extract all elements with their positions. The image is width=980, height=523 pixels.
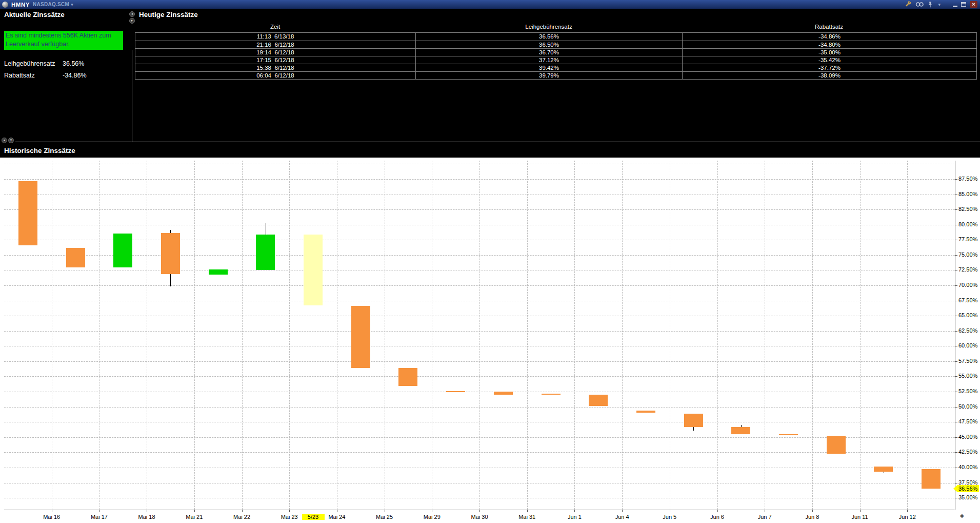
candle-jun-5[interactable] bbox=[684, 414, 703, 427]
candle-mai-21[interactable] bbox=[209, 269, 228, 274]
candle-jun-12[interactable] bbox=[922, 469, 941, 488]
candle-jun-7[interactable] bbox=[779, 434, 798, 435]
candle-jun-4[interactable] bbox=[636, 411, 655, 413]
column-header-rabattsatz[interactable]: Rabattsatz bbox=[682, 24, 976, 30]
y-axis-label: 47.50% bbox=[958, 418, 977, 424]
candle-wick-low bbox=[884, 472, 884, 473]
x-axis-label: Jun 8 bbox=[794, 514, 830, 520]
rate-cell: -37.72% bbox=[683, 64, 976, 71]
rate-cell: -35.00% bbox=[683, 49, 976, 56]
v-gridline bbox=[479, 161, 480, 510]
v-gridline bbox=[765, 161, 765, 510]
wrench-icon[interactable] bbox=[905, 1, 912, 8]
y-axis-label: 75.00% bbox=[958, 251, 977, 258]
v-gridline bbox=[670, 161, 670, 510]
y-axis-label: 70.00% bbox=[958, 282, 977, 288]
candle-mai-31[interactable] bbox=[542, 394, 561, 395]
candle-mai-18[interactable] bbox=[161, 233, 180, 274]
column-header-zeit[interactable]: Zeit bbox=[135, 24, 415, 30]
y-axis-tick bbox=[955, 209, 957, 210]
v-gridline bbox=[147, 161, 147, 510]
pin-icon[interactable] bbox=[928, 1, 933, 8]
v-gridline bbox=[337, 161, 337, 510]
historical-rates-chart[interactable]: Mai 16Mai 17Mai 18Mai 21Mai 22Mai 23Mai … bbox=[0, 158, 980, 523]
symbol-label: HMNY bbox=[11, 2, 30, 8]
symbol-dropdown-icon[interactable]: ▾ bbox=[71, 2, 73, 7]
chart-scroll-diamond[interactable]: ◆ bbox=[960, 513, 964, 518]
y-axis-tick bbox=[955, 179, 957, 180]
y-axis-tick bbox=[955, 255, 957, 256]
rate-row[interactable]: 17:15 6/12/1837.12%-35.42% bbox=[135, 56, 976, 64]
pin-dropdown-icon[interactable]: ▾ bbox=[938, 2, 941, 7]
y-axis-label: 65.00% bbox=[958, 312, 977, 318]
rate-cell: 21:16 6/12/18 bbox=[135, 41, 416, 48]
candle-jun-6[interactable] bbox=[731, 427, 750, 434]
rate-row[interactable]: 06:04 6/12/1839.79%-38.09% bbox=[135, 71, 976, 79]
historical-rates-title: Historische Zinssätze bbox=[4, 147, 75, 154]
x-axis-label: Jun 4 bbox=[604, 514, 640, 520]
x-axis-label: Mai 31 bbox=[509, 514, 545, 520]
app-icon bbox=[2, 2, 8, 8]
candle-jun-1[interactable] bbox=[589, 395, 608, 406]
nav-left-button[interactable]: ◄ bbox=[129, 11, 135, 17]
column-header-leihgebührensatz[interactable]: Leihgebührensatz bbox=[415, 24, 682, 30]
rate-cell: 17:15 6/12/18 bbox=[135, 56, 416, 64]
rebate-rate-row: Rabattsatz -34.86% bbox=[4, 72, 127, 80]
y-axis-tick bbox=[955, 452, 957, 453]
rate-cell: 39.79% bbox=[416, 72, 683, 79]
candle-mai-25[interactable] bbox=[398, 368, 417, 386]
maximize-button[interactable] bbox=[961, 1, 966, 8]
candle-jun-8[interactable] bbox=[827, 436, 846, 453]
crosshair-date-label: 5/23 bbox=[302, 514, 325, 520]
y-axis-label: 55.00% bbox=[958, 373, 977, 379]
candle-mai-30[interactable] bbox=[494, 392, 513, 395]
minimize-button[interactable] bbox=[953, 1, 957, 8]
nav-right-button[interactable]: ► bbox=[129, 18, 135, 24]
notice-line-1: Es sind mindestens 556K Aktien zum bbox=[6, 31, 122, 40]
y-axis-label: 57.50% bbox=[958, 358, 977, 364]
candle-mai-23[interactable] bbox=[304, 235, 323, 305]
candle-mai-17[interactable] bbox=[113, 234, 132, 267]
y-axis-tick bbox=[955, 331, 957, 332]
rate-cell: 36.56% bbox=[416, 33, 683, 41]
rate-row[interactable]: 21:16 6/12/1836.50%-34.80% bbox=[135, 41, 976, 48]
y-axis-tick bbox=[955, 316, 957, 316]
y-axis-tick bbox=[955, 498, 957, 498]
fee-rate-row: Leihgebührensatz 36.56% bbox=[4, 60, 127, 68]
scroll-up-button[interactable]: ▲ bbox=[2, 138, 7, 143]
y-axis-label: 45.00% bbox=[958, 434, 977, 440]
y-axis-tick bbox=[955, 225, 957, 225]
rates-grid: 11:13 6/13/1836.56%-34.86%21:16 6/12/183… bbox=[135, 32, 977, 80]
candle-wick-low bbox=[170, 274, 171, 287]
rate-cell: -34.86% bbox=[683, 33, 976, 41]
candle-mai-29[interactable] bbox=[446, 391, 465, 392]
rate-cell: -38.09% bbox=[683, 72, 976, 79]
v-gridline bbox=[289, 161, 290, 510]
candle-mai-15[interactable] bbox=[18, 181, 37, 245]
x-axis-label: Mai 17 bbox=[81, 514, 117, 520]
window-titlebar[interactable]: HMNY NASDAQ.SCM ▾ ▾ bbox=[0, 0, 980, 9]
y-axis-label: 52.50% bbox=[958, 388, 977, 394]
v-gridline bbox=[432, 161, 432, 510]
candle-jun-11[interactable] bbox=[874, 467, 893, 472]
y-axis-tick bbox=[955, 270, 957, 270]
rate-row[interactable]: 11:13 6/13/1836.56%-34.86% bbox=[135, 33, 976, 41]
y-axis-label: 77.50% bbox=[958, 236, 977, 242]
current-rate-tag: 36.56% bbox=[957, 485, 979, 492]
close-button[interactable]: × bbox=[970, 1, 977, 8]
y-axis-label: 85.00% bbox=[958, 191, 977, 197]
link-group-icon[interactable] bbox=[915, 1, 924, 8]
rate-row[interactable]: 15:38 6/12/1839.42%-37.72% bbox=[135, 64, 976, 71]
scroll-down-button[interactable]: ▼ bbox=[8, 138, 14, 143]
candle-mai-16[interactable] bbox=[66, 248, 85, 267]
candle-mai-24[interactable] bbox=[351, 306, 370, 368]
y-axis-label: 62.50% bbox=[958, 327, 977, 334]
v-gridline bbox=[52, 161, 52, 510]
exchange-label: NASDAQ.SCM bbox=[33, 2, 69, 7]
pane-divider bbox=[132, 50, 132, 142]
rebate-rate-label: Rabattsatz bbox=[4, 72, 35, 79]
rate-row[interactable]: 19:14 6/12/1836.70%-35.00% bbox=[135, 48, 976, 56]
x-axis-label: Mai 25 bbox=[367, 514, 403, 520]
candle-mai-22[interactable] bbox=[256, 235, 275, 270]
v-gridline bbox=[622, 161, 623, 510]
